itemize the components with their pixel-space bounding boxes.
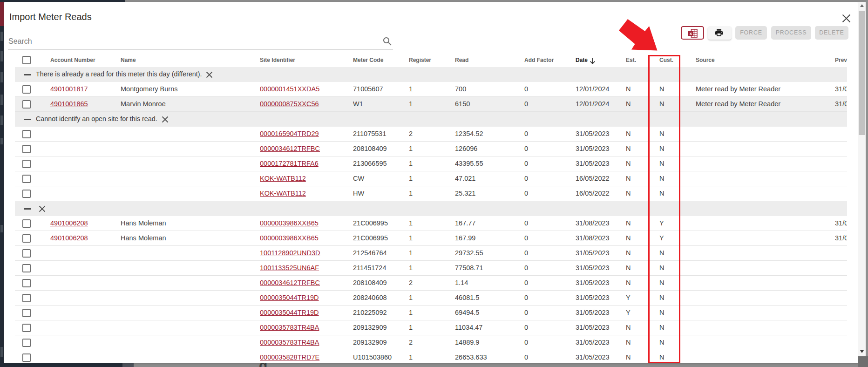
- svg-text:x: x: [690, 31, 692, 36]
